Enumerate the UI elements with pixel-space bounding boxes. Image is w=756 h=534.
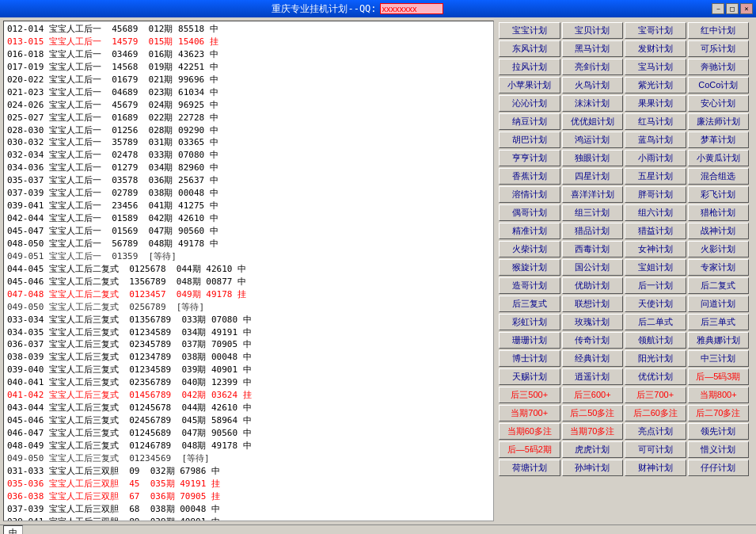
plan-button[interactable]: 蓝鸟计划 — [625, 132, 686, 148]
plan-button[interactable]: 珊珊计划 — [499, 332, 560, 349]
plan-button[interactable]: 当期700+ — [499, 405, 560, 421]
plan-button[interactable]: 领航计划 — [625, 332, 686, 349]
plan-button[interactable]: 可可计划 — [625, 441, 686, 458]
plan-button[interactable]: 混合组选 — [688, 168, 750, 185]
plan-button[interactable]: 宝贝计划 — [562, 22, 624, 39]
plan-button[interactable]: 专家计划 — [688, 259, 750, 276]
plan-button[interactable]: 战神计划 — [688, 223, 750, 239]
plan-button[interactable]: 火影计划 — [688, 241, 750, 257]
plan-button[interactable]: 彩飞计划 — [688, 186, 750, 203]
plan-button[interactable]: 财神计划 — [625, 460, 686, 476]
plan-button[interactable]: 小黄瓜计划 — [688, 150, 750, 166]
plan-button[interactable]: 后—5码2期 — [499, 441, 560, 458]
plan-button[interactable]: 溶情计划 — [499, 186, 560, 203]
plan-button[interactable]: 后二50多注 — [562, 405, 624, 421]
plan-button[interactable]: 阳光计划 — [625, 350, 686, 367]
plan-button[interactable]: 沁沁计划 — [499, 95, 560, 112]
plan-button[interactable]: 后三500+ — [499, 387, 560, 403]
left-scrollable[interactable]: 012-014 宝宝人工后一 45689 012期 85518 中013-015… — [4, 21, 493, 521]
plan-button[interactable]: 宝姐计划 — [625, 259, 686, 276]
plan-button[interactable]: 天赐计划 — [499, 368, 560, 385]
plan-button[interactable]: 玫瑰计划 — [562, 314, 624, 330]
minimize-button[interactable]: － — [712, 3, 724, 14]
plan-button[interactable]: 可乐计划 — [688, 40, 750, 57]
plan-button[interactable]: 后三600+ — [562, 387, 624, 403]
plan-button[interactable]: 当期70多注 — [562, 423, 624, 440]
plan-button[interactable]: 中三计划 — [688, 350, 750, 367]
plan-button[interactable]: 独眼计划 — [562, 150, 624, 166]
plan-button[interactable]: 仔仔计划 — [688, 460, 750, 476]
plan-button[interactable]: 亨亨计划 — [499, 150, 560, 166]
maximize-button[interactable]: □ — [726, 3, 739, 14]
plan-button[interactable]: 后三单式 — [688, 314, 750, 330]
plan-button[interactable]: 小雨计划 — [625, 150, 686, 166]
plan-button[interactable]: 领先计划 — [688, 423, 750, 440]
plan-button[interactable]: 当期800+ — [688, 387, 750, 403]
plan-button[interactable]: 虎虎计划 — [562, 441, 624, 458]
plan-button[interactable]: 猎品计划 — [562, 223, 624, 239]
plan-button[interactable]: 后三复式 — [499, 296, 560, 312]
plan-button[interactable]: 廉法师计划 — [688, 113, 750, 130]
plan-button[interactable]: 优优姐计划 — [562, 113, 624, 130]
plan-button[interactable]: 胡巴计划 — [499, 132, 560, 148]
plan-button[interactable]: 东风计划 — [499, 40, 560, 57]
plan-button[interactable]: 猎益计划 — [625, 223, 686, 239]
plan-button[interactable]: 当期60多注 — [499, 423, 560, 440]
plan-button[interactable]: 梦革计划 — [688, 132, 750, 148]
plan-button[interactable]: 喜洋洋计划 — [562, 186, 624, 203]
plan-button[interactable]: 逍遥计划 — [562, 368, 624, 385]
plan-button[interactable]: 问道计划 — [688, 296, 750, 312]
plan-button[interactable]: 后一计划 — [625, 277, 686, 294]
plan-button[interactable]: 拉风计划 — [499, 59, 560, 75]
plan-button[interactable]: 后二复式 — [688, 277, 750, 294]
qq-input[interactable] — [380, 3, 443, 14]
plan-button[interactable]: 五星计划 — [625, 168, 686, 185]
plan-button[interactable]: 纳豆计划 — [499, 113, 560, 130]
plan-button[interactable]: 偶哥计划 — [499, 204, 560, 221]
plan-button[interactable]: 雅典娜计划 — [688, 332, 750, 349]
plan-button[interactable]: 鸿运计划 — [562, 132, 624, 148]
plan-button[interactable]: 精准计划 — [499, 223, 560, 239]
plan-button[interactable]: 组六计划 — [625, 204, 686, 221]
plan-button[interactable]: 亮剑计划 — [562, 59, 624, 75]
plan-button[interactable]: 孙坤计划 — [562, 460, 624, 476]
plan-button[interactable]: 发财计划 — [625, 40, 686, 57]
plan-button[interactable]: 优助计划 — [562, 277, 624, 294]
plan-button[interactable]: 香蕉计划 — [499, 168, 560, 185]
plan-button[interactable]: 优优计划 — [625, 368, 686, 385]
plan-button[interactable]: CoCo计划 — [688, 77, 750, 93]
close-button[interactable]: × — [740, 3, 753, 14]
plan-button[interactable]: 宝宝计划 — [499, 22, 560, 39]
plan-button[interactable]: 西毒计划 — [562, 241, 624, 257]
plan-button[interactable]: 猴旋计划 — [499, 259, 560, 276]
plan-button[interactable]: 宝马计划 — [625, 59, 686, 75]
plan-button[interactable]: 红马计划 — [625, 113, 686, 130]
plan-button[interactable]: 亮点计划 — [625, 423, 686, 440]
plan-button[interactable]: 彩虹计划 — [499, 314, 560, 330]
plan-button[interactable]: 火鸟计划 — [562, 77, 624, 93]
plan-button[interactable]: 后三700+ — [625, 387, 686, 403]
plan-button[interactable]: 胖哥计划 — [625, 186, 686, 203]
plan-button[interactable]: 女神计划 — [625, 241, 686, 257]
plan-button[interactable]: 沫沫计划 — [562, 95, 624, 112]
plan-button[interactable]: 后—5码3期 — [688, 368, 750, 385]
plan-button[interactable]: 小苹果计划 — [499, 77, 560, 93]
plan-button[interactable]: 国公计划 — [562, 259, 624, 276]
plan-button[interactable]: 猎枪计划 — [688, 204, 750, 221]
plan-button[interactable]: 后二单式 — [625, 314, 686, 330]
plan-button[interactable]: 造哥计划 — [499, 277, 560, 294]
plan-button[interactable]: 荷塘计划 — [499, 460, 560, 476]
plan-button[interactable]: 博士计划 — [499, 350, 560, 367]
plan-button[interactable]: 组三计划 — [562, 204, 624, 221]
plan-button[interactable]: 四星计划 — [562, 168, 624, 185]
plan-button[interactable]: 宝哥计划 — [625, 22, 686, 39]
plan-button[interactable]: 惜义计划 — [688, 441, 750, 458]
plan-button[interactable]: 黑马计划 — [562, 40, 624, 57]
plan-button[interactable]: 果果计划 — [625, 95, 686, 112]
plan-button[interactable]: 经典计划 — [562, 350, 624, 367]
plan-button[interactable]: 火柴计划 — [499, 241, 560, 257]
plan-button[interactable]: 紫光计划 — [625, 77, 686, 93]
plan-button[interactable]: 安心计划 — [688, 95, 750, 112]
plan-button[interactable]: 后二60多注 — [625, 405, 686, 421]
plan-button[interactable]: 联想计划 — [562, 296, 624, 312]
